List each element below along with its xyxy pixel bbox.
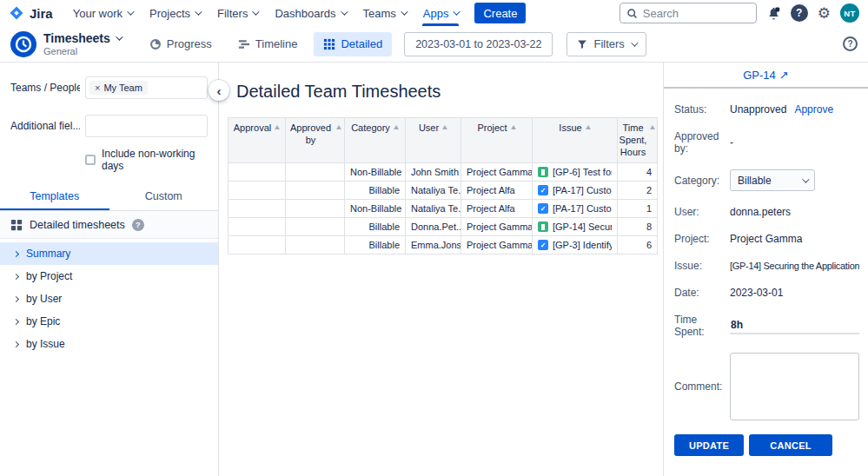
- table-row[interactable]: Billable Nataliya Te... Project Alfa [PA…: [229, 182, 658, 200]
- cell-project: Project Alfa: [461, 182, 533, 200]
- cell-issue: [PA-17] Custom...: [533, 182, 618, 200]
- global-search[interactable]: [620, 3, 757, 23]
- sort-arrow-icon[interactable]: [442, 125, 447, 129]
- category-select[interactable]: Billable: [730, 169, 815, 191]
- column-header-user[interactable]: User: [406, 118, 461, 163]
- sidebar-item-by-epic[interactable]: by Epic: [0, 310, 218, 333]
- column-header-approval[interactable]: Approval: [229, 118, 286, 163]
- project-label: Project:: [674, 233, 730, 245]
- column-header-category[interactable]: Category: [345, 118, 406, 163]
- nav-item-dashboards[interactable]: Dashboards: [267, 0, 353, 26]
- cell-approved-by: [286, 163, 345, 182]
- sort-arrow-icon[interactable]: [394, 125, 399, 129]
- status-label: Status:: [674, 103, 730, 116]
- filters-button[interactable]: Filters: [567, 32, 646, 56]
- app-identity[interactable]: Timesheets General: [10, 31, 121, 57]
- chevron-right-icon[interactable]: [13, 295, 19, 301]
- sort-arrow-icon[interactable]: [511, 125, 516, 129]
- chevron-right-icon[interactable]: [13, 340, 19, 347]
- detail-panel-header: GP-14↗: [664, 63, 868, 89]
- cell-issue: [GP-14] Securin...: [533, 218, 618, 236]
- create-button[interactable]: Create: [474, 3, 526, 23]
- app-header: Timesheets General Progress Timeline: [0, 26, 868, 63]
- teams-people-input[interactable]: × My Team: [85, 76, 208, 99]
- chevron-right-icon[interactable]: [13, 273, 19, 279]
- category-selected-value: Billable: [738, 175, 772, 187]
- sidebar-item-label: by Project: [26, 270, 72, 282]
- nav-item-apps[interactable]: Apps: [415, 0, 467, 26]
- sort-arrow-icon[interactable]: [275, 125, 280, 129]
- column-header-time-spent[interactable]: Time Spent, Hours: [618, 118, 658, 163]
- view-button-progress[interactable]: Progress: [140, 32, 222, 56]
- chevron-down-icon: [454, 8, 461, 15]
- nav-item-filters[interactable]: Filters: [209, 0, 265, 26]
- top-navigation: Jira Your work Projects Filters Dashboar…: [0, 0, 868, 26]
- column-header-approved-by[interactable]: Approved by: [286, 118, 345, 163]
- sidebar-item-label: Summary: [26, 248, 70, 260]
- nav-item-your-work[interactable]: Your work: [65, 0, 140, 26]
- settings-gear-icon[interactable]: ⚙: [818, 6, 831, 21]
- sidebar: Teams / People: × My Team Additional fie…: [0, 63, 219, 476]
- nav-item-teams[interactable]: Teams: [355, 0, 414, 26]
- update-button[interactable]: UPDATE: [674, 434, 744, 456]
- table-row[interactable]: Non-Billable John Smith Project Gamma [G…: [229, 163, 658, 182]
- sidebar-tabs: Templates Custom: [0, 184, 218, 211]
- chevron-right-icon[interactable]: [13, 250, 19, 256]
- nav-item-projects[interactable]: Projects: [142, 0, 208, 26]
- app-help-icon[interactable]: ?: [843, 36, 858, 51]
- cancel-button[interactable]: CANCEL: [749, 434, 832, 456]
- jira-logo[interactable]: Jira: [9, 5, 53, 21]
- tab-custom[interactable]: Custom: [109, 184, 219, 210]
- team-chip[interactable]: × My Team: [89, 81, 148, 95]
- view-button-timeline[interactable]: Timeline: [229, 32, 308, 56]
- issue-label: Issue:: [674, 260, 730, 272]
- issue-type-icon: [538, 221, 548, 232]
- sort-arrow-icon[interactable]: [336, 125, 341, 129]
- table-row[interactable]: Billable Donna.Pet... Project Gamma [GP-…: [229, 218, 658, 236]
- date-range-button[interactable]: 2023-03-01 to 2023-03-22: [404, 32, 553, 56]
- column-header-project[interactable]: Project: [461, 118, 533, 163]
- issue-type-icon: [538, 240, 548, 250]
- sort-arrow-icon[interactable]: [650, 125, 655, 129]
- nav-item-label: Teams: [363, 7, 396, 20]
- search-input[interactable]: [643, 7, 750, 20]
- table-row[interactable]: Billable Emma.Jons... Project Gamma [GP-…: [229, 236, 658, 255]
- issue-value: [GP-14] Securing the Application: [730, 261, 859, 271]
- view-button-detailed[interactable]: Detailed: [314, 32, 392, 56]
- notifications-bell-icon[interactable]: [766, 6, 781, 21]
- sidebar-collapse-button[interactable]: ‹: [209, 80, 229, 101]
- help-icon[interactable]: ?: [791, 4, 808, 22]
- grid-icon: [323, 38, 335, 50]
- sidebar-item-label: by Issue: [26, 338, 65, 350]
- non-working-days-checkbox[interactable]: [85, 155, 96, 165]
- approve-link[interactable]: Approve: [794, 103, 833, 116]
- sort-arrow-icon[interactable]: [586, 125, 591, 129]
- cell-approval: [229, 163, 286, 182]
- chevron-down-icon: [341, 8, 348, 15]
- tab-templates[interactable]: Templates: [0, 184, 109, 210]
- date-value: 2023-03-01: [730, 287, 783, 299]
- nav-item-label: Projects: [149, 7, 190, 20]
- comment-row: Comment:: [674, 353, 859, 420]
- timesheet-table: Approval Approved by Category User Proje…: [228, 117, 658, 255]
- sidebar-item-summary[interactable]: Summary: [0, 242, 218, 265]
- chevron-right-icon[interactable]: [13, 318, 19, 324]
- template-help-icon[interactable]: ?: [132, 219, 144, 231]
- sidebar-item-by-project[interactable]: by Project: [0, 265, 218, 288]
- additional-field-input[interactable]: [85, 115, 208, 137]
- remove-chip-icon[interactable]: ×: [95, 83, 100, 93]
- time-spent-input[interactable]: [730, 317, 859, 334]
- table-row[interactable]: Non-Billable Nataliya Te... Project Alfa…: [229, 200, 658, 218]
- column-header-issue[interactable]: Issue: [533, 118, 618, 163]
- view-button-label: Detailed: [341, 37, 382, 50]
- cell-user: Donna.Pet...: [406, 218, 461, 236]
- template-detailed-timesheets[interactable]: Detailed timesheets ?: [0, 211, 218, 239]
- user-avatar[interactable]: NT: [840, 3, 859, 23]
- nav-item-label: Your work: [73, 7, 123, 20]
- issue-key-link[interactable]: GP-14↗: [743, 69, 788, 82]
- sidebar-item-by-issue[interactable]: by Issue: [0, 333, 218, 355]
- comment-textarea[interactable]: [730, 353, 859, 420]
- comment-label: Comment:: [674, 380, 730, 393]
- chevron-down-icon[interactable]: [116, 33, 123, 40]
- sidebar-item-by-user[interactable]: by User: [0, 288, 218, 310]
